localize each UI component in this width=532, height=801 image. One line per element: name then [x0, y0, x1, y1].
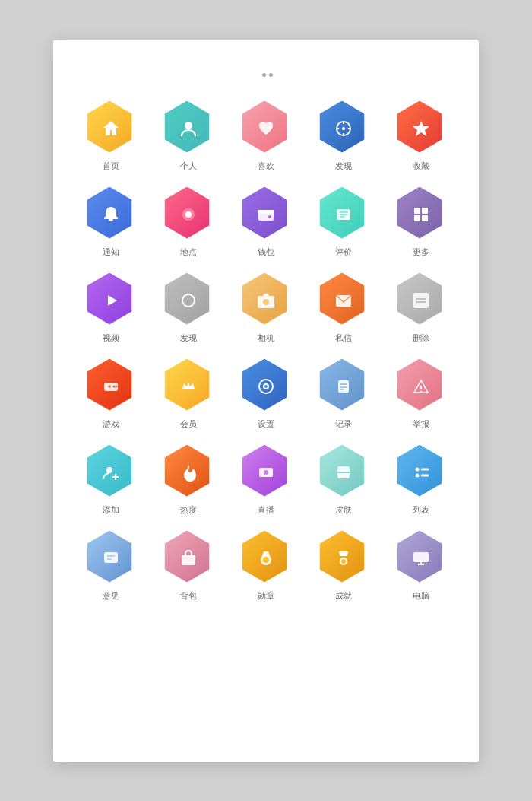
hex-wrapper-settings — [239, 359, 293, 414]
hex-icon-settings — [255, 376, 277, 397]
hex-wrapper-opinion — [84, 531, 138, 586]
icon-label-bag: 背包 — [180, 590, 197, 602]
icon-label-more: 更多 — [413, 246, 429, 258]
hex-wrapper-computer — [394, 531, 448, 586]
svg-rect-27 — [413, 293, 429, 308]
icon-item-opinion[interactable]: 意见 — [76, 531, 146, 602]
svg-rect-12 — [258, 210, 274, 214]
hex-icon-achieve — [333, 548, 354, 569]
svg-point-6 — [342, 127, 345, 130]
icon-item-person[interactable]: 个人 — [154, 101, 223, 172]
icon-label-skin: 皮肤 — [335, 504, 352, 516]
hex-wrapper-add — [84, 445, 138, 500]
svg-rect-18 — [414, 208, 420, 214]
icon-item-computer[interactable]: 电脑 — [386, 531, 456, 602]
icon-item-delete[interactable]: 删除 — [386, 273, 456, 344]
svg-rect-62 — [413, 552, 429, 562]
hex-wrapper-wallet — [239, 187, 293, 242]
hex-icon-message — [333, 290, 354, 311]
hex-wrapper-camera — [239, 273, 293, 328]
hex-wrapper-like — [239, 101, 293, 156]
icon-label-camera: 相机 — [258, 332, 274, 344]
icon-label-opinion: 意见 — [103, 590, 119, 602]
icon-item-report[interactable]: 举报 — [386, 359, 456, 430]
svg-point-0 — [185, 122, 192, 129]
hex-wrapper-bag — [161, 531, 216, 586]
icon-item-home[interactable]: 首页 — [76, 101, 146, 172]
icon-label-medal: 勋章 — [258, 590, 274, 602]
icon-item-location[interactable]: 地点 — [154, 187, 223, 258]
hex-icon-game — [100, 376, 122, 397]
hex-icon-review — [333, 204, 354, 225]
icon-item-achieve[interactable]: 成就 — [309, 531, 378, 602]
svg-rect-54 — [104, 552, 118, 563]
hex-icon-hot — [178, 462, 199, 483]
icon-label-settings: 设置 — [258, 418, 274, 430]
icon-item-more[interactable]: 更多 — [386, 187, 456, 258]
icon-item-hot[interactable]: 热度 — [154, 445, 223, 516]
icon-label-discover: 发现 — [335, 161, 352, 172]
icon-item-notify[interactable]: 通知 — [76, 187, 146, 258]
icon-item-skin[interactable]: 皮肤 — [309, 445, 378, 516]
hex-icon-person — [178, 118, 199, 139]
icon-item-like[interactable]: 喜欢 — [231, 101, 301, 172]
icon-item-settings[interactable]: 设置 — [231, 359, 301, 430]
icon-item-member[interactable]: 会员 — [154, 359, 223, 430]
svg-point-10 — [185, 211, 192, 218]
icon-item-message[interactable]: 私信 — [309, 273, 378, 344]
hex-icon-notify — [100, 204, 122, 225]
icon-item-live[interactable]: 直播 — [231, 445, 301, 516]
svg-rect-53 — [421, 474, 429, 476]
hex-icon-video — [100, 290, 122, 311]
svg-marker-22 — [108, 295, 117, 306]
icon-item-wallet[interactable]: 钱包 — [231, 187, 301, 258]
icon-item-camera[interactable]: 相机 — [231, 273, 301, 344]
icon-item-discover2[interactable]: 发现 — [154, 273, 223, 344]
hex-icon-medal — [255, 548, 277, 569]
svg-point-59 — [263, 557, 269, 563]
hex-icon-delete — [410, 290, 432, 311]
icon-item-add[interactable]: 添加 — [76, 445, 146, 516]
svg-point-13 — [268, 215, 271, 218]
icon-item-record[interactable]: 记录 — [309, 359, 378, 430]
icon-item-game[interactable]: 游戏 — [76, 359, 146, 430]
hex-wrapper-achieve — [316, 531, 371, 586]
svg-rect-20 — [414, 215, 420, 221]
icon-item-review[interactable]: 评价 — [309, 187, 378, 258]
svg-rect-57 — [182, 555, 195, 565]
icon-item-list[interactable]: 列表 — [386, 445, 456, 516]
hex-icon-location — [178, 204, 199, 225]
hex-icon-like — [255, 118, 277, 139]
icon-item-medal[interactable]: 勋章 — [231, 531, 301, 602]
icon-label-record: 记录 — [335, 418, 352, 430]
hex-icon-skin — [333, 462, 354, 483]
hex-icon-wallet — [255, 204, 277, 225]
svg-rect-21 — [422, 215, 428, 221]
hex-wrapper-home — [84, 101, 138, 156]
icon-item-video[interactable]: 视频 — [76, 273, 146, 344]
icon-label-like: 喜欢 — [258, 161, 274, 172]
svg-rect-19 — [422, 208, 428, 214]
icon-item-collect[interactable]: 收藏 — [386, 101, 456, 172]
hex-icon-report — [410, 376, 432, 397]
icon-label-person: 个人 — [180, 161, 197, 172]
icon-item-bag[interactable]: 背包 — [154, 531, 223, 602]
hex-icon-opinion — [100, 548, 122, 569]
hex-icon-camera — [255, 290, 277, 311]
dot1 — [262, 73, 266, 77]
svg-point-33 — [113, 385, 116, 387]
hex-wrapper-notify — [84, 187, 138, 242]
hex-wrapper-game — [84, 359, 138, 414]
icon-item-discover[interactable]: 发现 — [309, 101, 378, 172]
icons-grid: 首页个人喜欢发现收藏通知地点钱包评价更多视频发现相机私信删除游戏会员设置记录举报… — [76, 101, 456, 602]
icon-label-computer: 电脑 — [413, 590, 429, 602]
svg-point-52 — [416, 473, 420, 477]
svg-point-37 — [264, 385, 268, 388]
hex-wrapper-hot — [161, 445, 216, 500]
dot2 — [269, 73, 273, 77]
hex-wrapper-collect — [394, 101, 448, 156]
hex-icon-member — [178, 376, 199, 397]
hex-wrapper-member — [161, 359, 216, 414]
hex-icon-discover — [333, 118, 354, 139]
hex-icon-record — [333, 376, 354, 397]
